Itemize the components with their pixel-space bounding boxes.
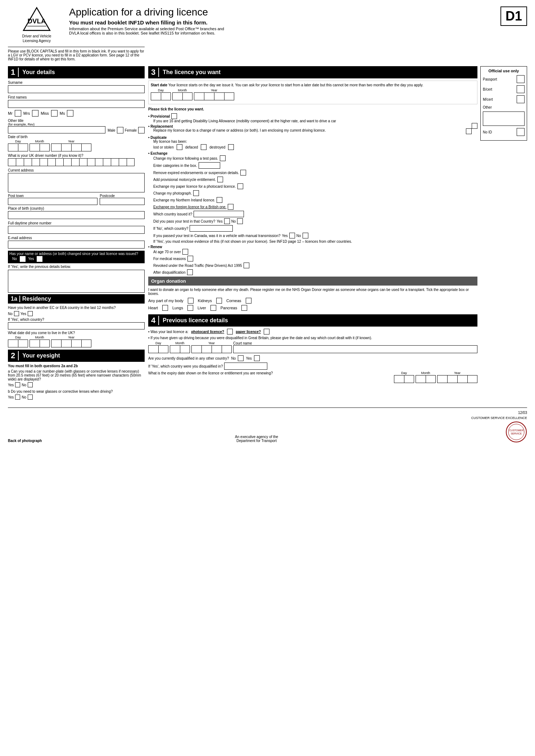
res-month-1[interactable] xyxy=(30,340,40,347)
exchange-sub3-checkbox[interactable] xyxy=(240,170,246,176)
eyesight-a-no[interactable] xyxy=(28,382,33,387)
female-checkbox[interactable] xyxy=(138,127,145,133)
renew-sub3-checkbox[interactable] xyxy=(244,263,249,268)
dob-day-2[interactable] xyxy=(18,144,28,151)
other-official-input[interactable] xyxy=(483,111,525,126)
start-year-2[interactable] xyxy=(204,92,214,100)
heart-checkbox[interactable] xyxy=(162,305,168,311)
exchange-sub7-checkbox[interactable] xyxy=(217,197,222,203)
disq-yes-checkbox[interactable] xyxy=(254,355,260,361)
residency-no-checkbox[interactable] xyxy=(14,311,19,316)
dn-12[interactable] xyxy=(95,158,103,166)
exp-month-1[interactable] xyxy=(416,375,426,383)
any-part-checkbox[interactable] xyxy=(188,298,194,304)
dob-day-1[interactable] xyxy=(8,144,18,151)
first-names-input[interactable] xyxy=(8,100,145,108)
defaced-checkbox[interactable] xyxy=(201,144,207,150)
dob-year-3[interactable] xyxy=(71,144,81,151)
surname-input[interactable] xyxy=(8,85,145,93)
destroyed-checkbox[interactable] xyxy=(228,144,234,150)
s4-year-2[interactable] xyxy=(201,345,212,353)
exchange-sub5-checkbox[interactable] xyxy=(237,183,243,189)
res-year-2[interactable] xyxy=(61,340,71,347)
residency-yes-checkbox[interactable] xyxy=(28,311,33,316)
s4-day-2[interactable] xyxy=(158,345,168,353)
replacement-checkbox[interactable] xyxy=(466,128,472,134)
previous-details-input[interactable] xyxy=(8,270,145,293)
male-checkbox[interactable] xyxy=(117,127,123,133)
exp-year-4[interactable] xyxy=(467,375,477,383)
dn-11[interactable] xyxy=(87,158,95,166)
dn-16[interactable] xyxy=(127,158,135,166)
corneas-checkbox[interactable] xyxy=(246,298,251,304)
dn-3[interactable] xyxy=(24,158,32,166)
renew-sub2-checkbox[interactable] xyxy=(187,256,193,261)
res-day-1[interactable] xyxy=(8,340,18,347)
dn-4[interactable] xyxy=(32,158,40,166)
start-year-3[interactable] xyxy=(214,92,224,100)
s4-year-1[interactable] xyxy=(191,345,201,353)
res-day-2[interactable] xyxy=(18,340,28,347)
start-year-1[interactable] xyxy=(194,92,204,100)
exp-year-3[interactable] xyxy=(457,375,467,383)
email-input[interactable] xyxy=(8,241,145,249)
no-id-checkbox[interactable] xyxy=(517,128,525,136)
court-name-input[interactable] xyxy=(233,345,477,353)
exp-day-2[interactable] xyxy=(404,375,414,383)
dob-year-1[interactable] xyxy=(51,144,61,151)
renew-sub4-checkbox[interactable] xyxy=(187,269,193,275)
eyesight-b-yes[interactable] xyxy=(15,395,20,400)
dob-year-2[interactable] xyxy=(61,144,71,151)
dob-month-2[interactable] xyxy=(40,144,50,151)
liver-checkbox[interactable] xyxy=(210,305,216,311)
start-month-2[interactable] xyxy=(182,92,192,100)
no-which-country-input[interactable] xyxy=(190,225,233,232)
name-changed-yes-checkbox[interactable] xyxy=(36,256,43,262)
exchange-sub4-checkbox[interactable] xyxy=(217,177,223,182)
exp-month-2[interactable] xyxy=(426,375,436,383)
dob-year-4[interactable] xyxy=(81,144,91,151)
renew-sub1-checkbox[interactable] xyxy=(182,249,188,255)
dn-8[interactable] xyxy=(63,158,71,166)
passed-test-no-checkbox[interactable] xyxy=(237,218,243,224)
dn-15[interactable] xyxy=(119,158,127,166)
address-input[interactable] xyxy=(8,173,145,192)
paper-checkbox[interactable] xyxy=(264,329,269,334)
s4-day-1[interactable] xyxy=(148,345,158,353)
dn-6[interactable] xyxy=(47,158,55,166)
miss-checkbox[interactable] xyxy=(51,110,58,117)
mr-checkbox[interactable] xyxy=(15,110,21,117)
s4-month-2[interactable] xyxy=(180,345,190,353)
categories-box[interactable] xyxy=(199,162,220,169)
exchange-sub1-checkbox[interactable] xyxy=(220,155,226,161)
dn-14[interactable] xyxy=(111,158,119,166)
passport-checkbox[interactable] xyxy=(517,75,525,83)
dn-1[interactable] xyxy=(8,158,16,166)
lungs-checkbox[interactable] xyxy=(187,305,193,311)
start-month-1[interactable] xyxy=(172,92,182,100)
which-country-disq-input[interactable] xyxy=(224,363,267,370)
res-month-2[interactable] xyxy=(40,340,50,347)
s4-year-4[interactable] xyxy=(222,345,232,353)
start-year-4[interactable] xyxy=(224,92,234,100)
pancreas-checkbox[interactable] xyxy=(241,305,247,311)
lost-stolen-checkbox[interactable] xyxy=(177,144,182,150)
mcert-checkbox[interactable] xyxy=(517,95,525,103)
postcode-input[interactable] xyxy=(100,198,145,205)
dn-7[interactable] xyxy=(55,158,63,166)
exp-day-1[interactable] xyxy=(394,375,404,383)
exchange-sub6-checkbox[interactable] xyxy=(193,190,199,196)
bcert-checkbox[interactable] xyxy=(517,85,525,93)
dn-5[interactable] xyxy=(40,158,47,166)
passed-test-yes-checkbox[interactable] xyxy=(224,218,230,224)
dn-2[interactable] xyxy=(16,158,24,166)
res-year-1[interactable] xyxy=(51,340,61,347)
dn-10[interactable] xyxy=(79,158,87,166)
eyesight-b-no[interactable] xyxy=(28,395,33,400)
birth-country-input[interactable] xyxy=(8,211,145,219)
canada-yes-checkbox[interactable] xyxy=(289,233,295,238)
dn-13[interactable] xyxy=(103,158,111,166)
ms-checkbox[interactable] xyxy=(67,110,73,117)
exp-year-2[interactable] xyxy=(447,375,457,383)
start-day-1[interactable] xyxy=(151,92,161,100)
